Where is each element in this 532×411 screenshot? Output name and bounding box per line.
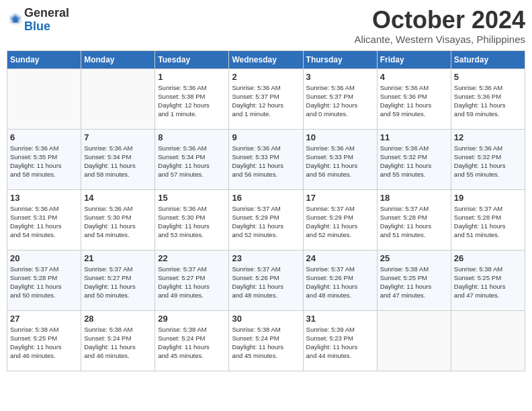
day-info: Sunrise: 5:38 AM Sunset: 5:24 PM Dayligh… (232, 325, 300, 361)
day-info: Sunrise: 5:37 AM Sunset: 5:27 PM Dayligh… (84, 265, 152, 300)
calendar-cell (81, 68, 155, 129)
calendar-cell: 22Sunrise: 5:37 AM Sunset: 5:27 PM Dayli… (155, 250, 229, 310)
day-info: Sunrise: 5:37 AM Sunset: 5:28 PM Dayligh… (10, 265, 78, 300)
calendar-week-row: 6Sunrise: 5:36 AM Sunset: 5:35 PM Daylig… (7, 129, 525, 189)
logo-blue-text: Blue (24, 19, 50, 33)
day-number: 25 (380, 253, 448, 263)
calendar-cell: 12Sunrise: 5:36 AM Sunset: 5:32 PM Dayli… (451, 129, 525, 189)
month-title: October 2024 (354, 7, 525, 34)
calendar-cell: 4Sunrise: 5:36 AM Sunset: 5:36 PM Daylig… (377, 68, 451, 129)
calendar-cell: 24Sunrise: 5:37 AM Sunset: 5:26 PM Dayli… (303, 250, 377, 310)
calendar-cell: 25Sunrise: 5:38 AM Sunset: 5:25 PM Dayli… (377, 250, 451, 310)
weekday-header-thursday: Thursday (303, 50, 377, 68)
day-number: 28 (84, 314, 152, 324)
day-info: Sunrise: 5:37 AM Sunset: 5:28 PM Dayligh… (454, 204, 522, 240)
calendar-cell: 5Sunrise: 5:36 AM Sunset: 5:36 PM Daylig… (451, 68, 525, 129)
day-number: 5 (454, 72, 522, 82)
calendar-cell: 31Sunrise: 5:39 AM Sunset: 5:23 PM Dayli… (303, 310, 377, 371)
calendar-cell: 20Sunrise: 5:37 AM Sunset: 5:28 PM Dayli… (7, 250, 81, 310)
calendar-cell: 17Sunrise: 5:37 AM Sunset: 5:29 PM Dayli… (303, 189, 377, 250)
calendar-cell: 1Sunrise: 5:36 AM Sunset: 5:38 PM Daylig… (155, 68, 229, 129)
calendar-cell: 10Sunrise: 5:36 AM Sunset: 5:33 PM Dayli… (303, 129, 377, 189)
day-number: 2 (232, 72, 300, 82)
day-number: 26 (454, 253, 522, 263)
calendar-cell: 28Sunrise: 5:38 AM Sunset: 5:24 PM Dayli… (81, 310, 155, 371)
logo-general-text: General (24, 7, 69, 20)
weekday-header-row: SundayMondayTuesdayWednesdayThursdayFrid… (7, 50, 525, 68)
day-number: 27 (10, 314, 78, 324)
day-number: 19 (454, 193, 522, 203)
day-info: Sunrise: 5:37 AM Sunset: 5:26 PM Dayligh… (306, 265, 374, 300)
day-number: 4 (380, 72, 448, 82)
calendar-cell: 7Sunrise: 5:36 AM Sunset: 5:34 PM Daylig… (81, 129, 155, 189)
day-info: Sunrise: 5:36 AM Sunset: 5:34 PM Dayligh… (84, 144, 152, 179)
day-number: 29 (158, 314, 226, 324)
day-number: 20 (10, 253, 78, 263)
day-info: Sunrise: 5:36 AM Sunset: 5:36 PM Dayligh… (454, 83, 522, 119)
day-info: Sunrise: 5:37 AM Sunset: 5:28 PM Dayligh… (380, 204, 448, 240)
day-info: Sunrise: 5:36 AM Sunset: 5:32 PM Dayligh… (380, 144, 448, 179)
weekday-header-friday: Friday (377, 50, 451, 68)
day-info: Sunrise: 5:38 AM Sunset: 5:24 PM Dayligh… (158, 325, 226, 361)
calendar-week-row: 20Sunrise: 5:37 AM Sunset: 5:28 PM Dayli… (7, 250, 525, 310)
day-number: 6 (10, 132, 78, 142)
day-number: 21 (84, 253, 152, 263)
day-info: Sunrise: 5:38 AM Sunset: 5:24 PM Dayligh… (84, 325, 152, 361)
logo-icon (8, 11, 23, 26)
day-number: 9 (232, 132, 300, 142)
location-text: Alicante, Western Visayas, Philippines (354, 34, 525, 45)
calendar-cell: 30Sunrise: 5:38 AM Sunset: 5:24 PM Dayli… (229, 310, 303, 371)
day-number: 3 (306, 72, 374, 82)
calendar-cell: 3Sunrise: 5:36 AM Sunset: 5:37 PM Daylig… (303, 68, 377, 129)
day-number: 1 (158, 72, 226, 82)
title-block: October 2024 Alicante, Western Visayas, … (354, 7, 525, 45)
day-info: Sunrise: 5:38 AM Sunset: 5:25 PM Dayligh… (10, 325, 78, 361)
day-number: 13 (10, 193, 78, 203)
calendar-cell: 21Sunrise: 5:37 AM Sunset: 5:27 PM Dayli… (81, 250, 155, 310)
logo: General Blue (7, 7, 69, 34)
calendar-cell (377, 310, 451, 371)
calendar-cell: 11Sunrise: 5:36 AM Sunset: 5:32 PM Dayli… (377, 129, 451, 189)
calendar-cell: 15Sunrise: 5:36 AM Sunset: 5:30 PM Dayli… (155, 189, 229, 250)
day-number: 30 (232, 314, 300, 324)
day-info: Sunrise: 5:36 AM Sunset: 5:36 PM Dayligh… (380, 83, 448, 119)
day-number: 24 (306, 253, 374, 263)
calendar-cell: 2Sunrise: 5:36 AM Sunset: 5:37 PM Daylig… (229, 68, 303, 129)
calendar-cell: 23Sunrise: 5:37 AM Sunset: 5:26 PM Dayli… (229, 250, 303, 310)
weekday-header-saturday: Saturday (451, 50, 525, 68)
day-info: Sunrise: 5:36 AM Sunset: 5:30 PM Dayligh… (158, 204, 226, 240)
calendar-week-row: 1Sunrise: 5:36 AM Sunset: 5:38 PM Daylig… (7, 68, 525, 129)
day-info: Sunrise: 5:39 AM Sunset: 5:23 PM Dayligh… (306, 325, 374, 361)
weekday-header-monday: Monday (81, 50, 155, 68)
day-number: 11 (380, 132, 448, 142)
page-header: General Blue October 2024 Alicante, West… (7, 7, 525, 45)
weekday-header-sunday: Sunday (7, 50, 81, 68)
day-info: Sunrise: 5:37 AM Sunset: 5:26 PM Dayligh… (232, 265, 300, 300)
day-number: 31 (306, 314, 374, 324)
day-number: 10 (306, 132, 374, 142)
day-info: Sunrise: 5:36 AM Sunset: 5:38 PM Dayligh… (158, 83, 226, 119)
weekday-header-wednesday: Wednesday (229, 50, 303, 68)
calendar-cell (451, 310, 525, 371)
calendar-cell: 16Sunrise: 5:37 AM Sunset: 5:29 PM Dayli… (229, 189, 303, 250)
calendar-cell: 18Sunrise: 5:37 AM Sunset: 5:28 PM Dayli… (377, 189, 451, 250)
weekday-header-tuesday: Tuesday (155, 50, 229, 68)
calendar-week-row: 27Sunrise: 5:38 AM Sunset: 5:25 PM Dayli… (7, 310, 525, 371)
day-number: 16 (232, 193, 300, 203)
calendar-cell: 14Sunrise: 5:36 AM Sunset: 5:30 PM Dayli… (81, 189, 155, 250)
day-info: Sunrise: 5:36 AM Sunset: 5:37 PM Dayligh… (232, 83, 300, 119)
day-number: 7 (84, 132, 152, 142)
day-number: 18 (380, 193, 448, 203)
day-number: 15 (158, 193, 226, 203)
day-info: Sunrise: 5:37 AM Sunset: 5:27 PM Dayligh… (158, 265, 226, 300)
day-info: Sunrise: 5:36 AM Sunset: 5:33 PM Dayligh… (306, 144, 374, 179)
day-number: 12 (454, 132, 522, 142)
day-info: Sunrise: 5:38 AM Sunset: 5:25 PM Dayligh… (380, 265, 448, 300)
day-info: Sunrise: 5:36 AM Sunset: 5:34 PM Dayligh… (158, 144, 226, 179)
calendar-cell: 8Sunrise: 5:36 AM Sunset: 5:34 PM Daylig… (155, 129, 229, 189)
day-info: Sunrise: 5:37 AM Sunset: 5:29 PM Dayligh… (306, 204, 374, 240)
calendar-cell: 13Sunrise: 5:36 AM Sunset: 5:31 PM Dayli… (7, 189, 81, 250)
day-info: Sunrise: 5:37 AM Sunset: 5:29 PM Dayligh… (232, 204, 300, 240)
calendar-cell: 27Sunrise: 5:38 AM Sunset: 5:25 PM Dayli… (7, 310, 81, 371)
day-info: Sunrise: 5:36 AM Sunset: 5:33 PM Dayligh… (232, 144, 300, 179)
